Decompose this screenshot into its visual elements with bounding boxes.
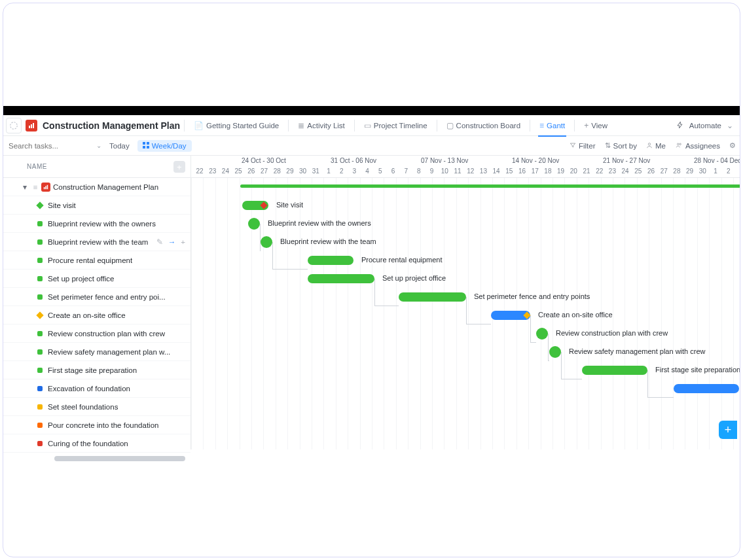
gantt-bars: Site visitBlueprint review with the owne… bbox=[191, 178, 740, 398]
list-icon: ≡ bbox=[31, 183, 40, 191]
status-bullet bbox=[37, 239, 43, 245]
day-label: 31 bbox=[310, 167, 321, 175]
gantt-bar[interactable] bbox=[582, 366, 647, 375]
status-bullet bbox=[37, 441, 43, 446]
timeline-header: 24 Oct - 30 Oct31 Oct - 06 Nov07 Nov - 1… bbox=[191, 156, 740, 178]
status-bullet bbox=[37, 349, 43, 355]
svg-rect-7 bbox=[147, 146, 149, 149]
gantt-icon: ≡ bbox=[539, 121, 544, 130]
sort-button[interactable]: ⇅ Sort by bbox=[605, 141, 637, 150]
column-name: NAME bbox=[27, 163, 47, 170]
gantt-row: Site visit bbox=[191, 196, 740, 215]
summary-row bbox=[191, 178, 740, 196]
gantt-pane: 24 Oct - 30 Oct31 Oct - 06 Nov07 Nov - 1… bbox=[191, 156, 740, 449]
day-label: 2 bbox=[336, 167, 348, 175]
add-column-button[interactable]: + bbox=[173, 161, 185, 173]
day-label: 25 bbox=[232, 167, 244, 175]
filter-bar: ⌄ Today Week/Day Filter ⇅ Sort by bbox=[3, 136, 740, 156]
day-label: 28 bbox=[271, 167, 283, 175]
gantt-bar[interactable] bbox=[674, 384, 739, 393]
day-label: 26 bbox=[245, 167, 257, 175]
task-row[interactable]: Review construction plan with crew bbox=[3, 324, 190, 343]
task-list-pane: NAME + ▾ ≡ Construction Management Plan … bbox=[3, 156, 191, 449]
task-row[interactable]: Review safety management plan w... bbox=[3, 343, 190, 361]
status-bullet bbox=[37, 294, 43, 300]
day-label: 15 bbox=[503, 167, 515, 175]
sort-icon: ⇅ bbox=[605, 141, 611, 150]
me-filter[interactable]: Me bbox=[646, 142, 666, 150]
today-button[interactable]: Today bbox=[109, 142, 130, 150]
day-label: 10 bbox=[439, 167, 450, 175]
settings-icon[interactable]: ⚙ bbox=[729, 141, 736, 150]
day-label: 9 bbox=[426, 167, 438, 175]
gantt-row: Procure rental equipment bbox=[191, 251, 740, 270]
project-icon bbox=[41, 183, 50, 192]
task-row[interactable]: Create an on-site office bbox=[3, 306, 190, 324]
day-label: 20 bbox=[568, 167, 579, 175]
dependency-icon[interactable]: → bbox=[168, 238, 176, 246]
bar-label: Review construction plan with crew bbox=[556, 329, 668, 337]
task-row[interactable]: First stage site preparation bbox=[3, 361, 190, 379]
view-construction-board[interactable]: ▢ Construction Board bbox=[441, 115, 526, 136]
bar-label: Set perimeter fence and entry points bbox=[474, 292, 590, 300]
task-row[interactable]: Site visit bbox=[3, 196, 190, 215]
person-icon bbox=[646, 142, 653, 150]
gantt-row: Create an on-site office bbox=[191, 306, 740, 324]
task-row[interactable]: Blueprint review with the owners bbox=[3, 215, 190, 233]
summary-bar[interactable] bbox=[240, 184, 740, 188]
automate-button[interactable]: Automate bbox=[689, 122, 721, 130]
gantt-bar[interactable] bbox=[399, 292, 466, 302]
gantt-milestone[interactable] bbox=[248, 218, 260, 230]
dependency-line bbox=[647, 370, 674, 398]
day-label: 21 bbox=[581, 167, 592, 175]
gantt-row: Blueprint review with the owners bbox=[191, 215, 740, 233]
task-row[interactable]: Pour concrete into the foundation bbox=[3, 416, 190, 434]
svg-rect-6 bbox=[143, 146, 145, 149]
gantt-milestone[interactable] bbox=[261, 236, 272, 248]
gantt-milestone[interactable] bbox=[536, 328, 548, 340]
day-label: 17 bbox=[529, 167, 541, 175]
view-activity-list[interactable]: ≣ Activity List bbox=[293, 115, 350, 136]
add-task-fab[interactable]: + bbox=[719, 421, 737, 439]
day-label: 3 bbox=[348, 167, 360, 175]
menu-button[interactable] bbox=[6, 118, 22, 133]
day-label: 22 bbox=[594, 167, 606, 175]
task-row[interactable]: Excavation of foundation bbox=[3, 379, 190, 398]
day-label: 2 bbox=[723, 167, 734, 175]
status-bullet bbox=[37, 276, 43, 281]
filter-button[interactable]: Filter bbox=[570, 142, 596, 150]
gantt-row: Set up project office bbox=[191, 270, 740, 288]
horizontal-scrollbar[interactable] bbox=[54, 456, 185, 461]
edit-icon[interactable]: ✎ bbox=[156, 237, 163, 247]
chevron-down-icon[interactable]: ⌄ bbox=[96, 142, 101, 149]
view-project-timeline[interactable]: ▭ Project Timeline bbox=[359, 115, 433, 136]
chevron-down-icon[interactable]: ⌄ bbox=[727, 121, 733, 130]
task-row[interactable]: Set steel foundations bbox=[3, 398, 190, 416]
search-input[interactable] bbox=[7, 139, 92, 152]
view-getting-started[interactable]: 📄 Getting Started Guide bbox=[189, 115, 284, 136]
collapse-icon[interactable]: ▾ bbox=[23, 183, 31, 192]
add-view-button[interactable]: + View bbox=[579, 115, 613, 136]
gantt-bar[interactable] bbox=[308, 274, 374, 283]
dependency-line bbox=[466, 297, 491, 324]
task-row[interactable]: Curing of the foundation bbox=[3, 434, 190, 453]
window-chrome bbox=[3, 106, 740, 115]
view-tabs: 📄 Getting Started Guide ≣ Activity List … bbox=[189, 115, 613, 136]
milestone-marker[interactable] bbox=[259, 201, 268, 210]
plus-icon[interactable]: + bbox=[181, 238, 185, 246]
task-label: Blueprint review with the team bbox=[48, 238, 148, 246]
gantt-milestone[interactable] bbox=[549, 346, 561, 358]
task-row[interactable]: Set perimeter fence and entry poi... bbox=[3, 288, 190, 306]
task-row[interactable]: Blueprint review with the team ✎ → + bbox=[3, 233, 190, 251]
group-row[interactable]: ▾ ≡ Construction Management Plan bbox=[3, 178, 190, 196]
range-selector[interactable]: Week/Day bbox=[137, 140, 192, 152]
gantt-row: Set perimeter fence and entry points bbox=[191, 288, 740, 306]
status-bullet bbox=[37, 221, 43, 226]
assignees-filter[interactable]: Assignees bbox=[675, 142, 720, 150]
task-row[interactable]: Set up project office bbox=[3, 270, 190, 288]
day-label: 14 bbox=[490, 167, 502, 175]
gantt-bar[interactable] bbox=[308, 256, 353, 265]
view-gantt[interactable]: ≡ Gantt bbox=[534, 115, 570, 136]
task-row[interactable]: Procure rental equipment bbox=[3, 251, 190, 270]
day-label: 7 bbox=[400, 167, 412, 175]
